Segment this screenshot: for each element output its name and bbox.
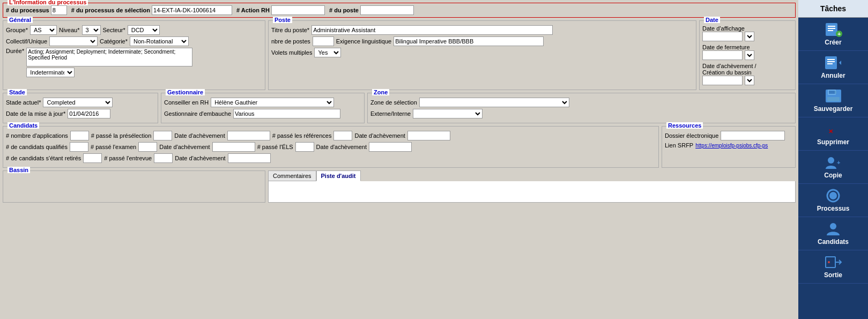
date-maj-input[interactable] — [68, 109, 110, 118]
passe-references-input[interactable] — [333, 131, 352, 140]
date-fermeture-select[interactable] — [745, 50, 754, 60]
general-section: Général Groupe* AS Niveau* 3 Secteur* D — [3, 20, 265, 90]
svg-rect-3 — [828, 30, 833, 31]
titre-poste-input[interactable] — [311, 25, 553, 35]
dossier-input[interactable] — [721, 131, 785, 140]
annuler-icon — [824, 55, 843, 70]
date-affichage-input[interactable] — [702, 32, 743, 41]
date-affichage-select[interactable] — [745, 32, 754, 41]
collectif-select[interactable] — [49, 36, 98, 46]
date-achevement-label2: Création du bassin — [702, 69, 752, 76]
categorie-select[interactable]: Non-Rotational — [130, 36, 189, 46]
svg-rect-2 — [828, 28, 835, 29]
tab-piste-audit[interactable]: Piste d'audit — [316, 170, 361, 181]
bassin-section: Bassin — [3, 170, 265, 203]
collectif-label: Collectif/Unique — [6, 38, 47, 44]
processus-icon — [824, 188, 843, 203]
date-ach-els-label: Date d'achèvement — [316, 144, 367, 150]
date-maj-label: Date de la mise à jour* — [6, 110, 65, 117]
stade-actuel-label: Stade actuel* — [6, 99, 41, 106]
num-poste-input[interactable] — [360, 5, 414, 15]
svg-rect-0 — [826, 23, 837, 36]
tab-commentaires[interactable]: Commentaires — [268, 170, 316, 181]
action-rh-label: # Action RH — [236, 7, 270, 13]
date-affichage-label: Date d'affichage — [702, 25, 745, 32]
num-poste-field: # du poste — [329, 5, 414, 15]
date-achevement-select[interactable] — [745, 76, 754, 85]
nbre-postes-input[interactable] — [313, 36, 334, 46]
candidats-qualifies-label: # de candidats qualifiés — [6, 144, 68, 150]
candidats-section: Candidats # nombre d'applications # pass… — [3, 126, 659, 168]
candidats-retires-input[interactable] — [83, 153, 102, 163]
lien-srfp-link[interactable]: https://emploisfp-psjobs.cfp-ps — [695, 143, 768, 149]
processus-label: Processus — [817, 205, 850, 212]
supprimer-button[interactable]: ✕ Supprimer — [798, 117, 868, 151]
date-title: Date — [704, 17, 720, 23]
annuler-button[interactable]: Annuler — [798, 51, 868, 84]
sortie-label: Sortie — [824, 271, 842, 279]
date-fermeture-input[interactable] — [702, 50, 743, 60]
zone-selection-select[interactable] — [419, 98, 569, 107]
svg-text:+: + — [837, 31, 841, 37]
gestionnaire-title: Gestionnaire — [166, 89, 205, 95]
passe-examen-input[interactable] — [138, 142, 157, 152]
sortie-button[interactable]: Sortie — [798, 250, 868, 284]
zone-selection-label: Zone de sélection — [370, 99, 417, 106]
date-ach-entrevue-input[interactable] — [228, 153, 271, 163]
num-selection-input[interactable] — [152, 5, 232, 15]
exigence-input[interactable] — [394, 36, 544, 46]
bassin-title: Bassin — [8, 167, 30, 173]
externe-interne-select[interactable] — [413, 109, 483, 118]
lien-srfp-label: Lien SRFP — [665, 142, 693, 149]
svg-point-22 — [828, 261, 830, 263]
duree-select[interactable]: Indeterminate — [26, 68, 75, 77]
num-processus-input[interactable] — [51, 5, 67, 15]
passe-preselection-label: # passé la présélection — [91, 132, 152, 139]
categorie-label: Catégorie* — [100, 38, 128, 44]
gestionnaire-label: Gestionnaire d'embauche — [164, 110, 231, 117]
svg-rect-21 — [826, 257, 835, 268]
svg-text:✕: ✕ — [828, 128, 833, 135]
copie-button[interactable]: + Copie — [798, 151, 868, 184]
processus-button[interactable]: Processus — [798, 184, 868, 217]
svg-rect-6 — [825, 56, 837, 69]
exigence-label: Exigence linguistique — [336, 38, 391, 44]
stade-section: Stade Stade actuel* Completed Date de la… — [3, 93, 158, 123]
sortie-icon — [824, 255, 843, 270]
niveau-select[interactable]: 3 — [82, 25, 101, 35]
gestionnaire-input[interactable] — [233, 109, 340, 118]
poste-section: Poste Titre du poste* nbre de postes Exi… — [268, 20, 696, 90]
zone-title: Zone — [372, 89, 389, 95]
sauvegarder-button[interactable]: Sauvegarder — [798, 84, 868, 117]
stade-actuel-select[interactable]: Completed — [43, 98, 113, 107]
date-ach-ref-input[interactable] — [407, 131, 450, 140]
candidats-qualifies-input[interactable] — [70, 142, 88, 152]
supprimer-label: Supprimer — [817, 138, 849, 146]
tabs-container: Commentaires Piste d'audit — [268, 170, 796, 181]
candidats-sidebar-button[interactable]: Candidats — [798, 217, 868, 250]
groupe-select[interactable]: AS — [30, 25, 57, 35]
action-rh-field: # Action RH — [236, 5, 325, 15]
date-ach-exam-input[interactable] — [212, 142, 255, 152]
passe-entrevue-input[interactable] — [154, 153, 173, 163]
sidebar-title: Tâches — [798, 0, 868, 18]
duree-textarea[interactable]: Acting; Assignment; Deployment; Indeterm… — [26, 48, 192, 66]
conseiller-rh-label: Conseiller en RH — [164, 99, 209, 106]
svg-rect-14 — [827, 97, 840, 101]
date-ach-presel-input[interactable] — [227, 131, 270, 140]
creer-icon: + — [824, 22, 843, 37]
secteur-select[interactable]: DCD — [128, 25, 160, 35]
passe-preselection-input[interactable] — [153, 131, 172, 140]
date-ach-els-input[interactable] — [369, 142, 412, 152]
passe-references-label: # passé les références — [272, 132, 332, 139]
date-achevement-input[interactable] — [702, 76, 743, 85]
poste-title: Poste — [273, 17, 292, 23]
passe-els-input[interactable] — [295, 142, 314, 152]
action-rh-input[interactable] — [271, 5, 325, 15]
nb-applications-input[interactable] — [70, 131, 89, 140]
volets-select[interactable]: Yes — [314, 48, 341, 57]
conseiller-rh-select[interactable]: Hélène Gauthier — [211, 98, 334, 107]
creer-button[interactable]: + Créer — [798, 18, 868, 51]
date-fermeture-label: Date de fermeture — [702, 44, 750, 50]
svg-point-20 — [830, 223, 836, 229]
